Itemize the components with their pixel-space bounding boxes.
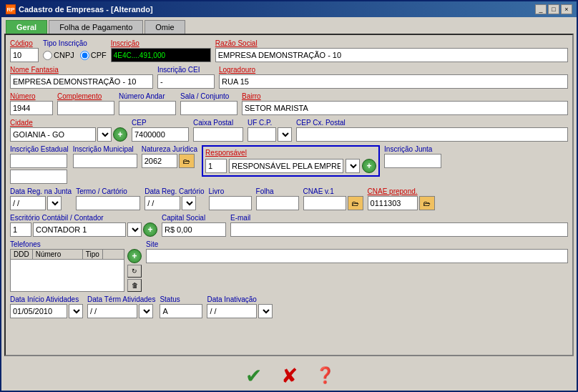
responsavel-id-input[interactable]: [205, 159, 227, 173]
codigo-input[interactable]: [10, 48, 39, 62]
natureza-juridica-folder-button[interactable]: 🗁: [179, 154, 195, 168]
sala-conjunto-label: Sala / Conjunto: [180, 92, 237, 100]
caixa-postal-input[interactable]: [193, 127, 243, 142]
cnae-v1-input[interactable]: [303, 196, 346, 210]
escritorio-add-button[interactable]: +: [143, 222, 157, 237]
phones-refresh-button[interactable]: ↻: [127, 265, 142, 278]
radio-cnpj-label[interactable]: CNPJ: [43, 51, 74, 60]
sala-conjunto-input[interactable]: [180, 101, 237, 115]
data-inativacao-dropdown[interactable]: [258, 304, 273, 318]
cnae-prepond-label: CNAE prepond.: [368, 187, 435, 195]
help-button[interactable]: ❓: [311, 363, 338, 388]
title-bar: RP Cadastro de Empresas - [Alterando] _ …: [1, 1, 577, 17]
phones-col-ddd: DDD: [11, 250, 33, 259]
cep-cx-postal-input[interactable]: [296, 127, 568, 142]
cnae-v1-folder-button[interactable]: 🗁: [348, 196, 363, 210]
inscricao-input[interactable]: [111, 48, 211, 62]
termo-cartorio-label: Termo / Cartório: [76, 187, 140, 195]
data-term-dropdown[interactable]: [139, 304, 153, 318]
data-term-input[interactable]: [87, 304, 137, 318]
uf-cp-input[interactable]: [248, 127, 276, 142]
uf-cp-dropdown[interactable]: [278, 127, 292, 142]
maximize-button[interactable]: □: [548, 4, 559, 14]
capital-social-input[interactable]: [162, 222, 226, 237]
escritorio-name-input[interactable]: [33, 222, 126, 237]
data-inicio-dropdown[interactable]: [69, 304, 83, 318]
minimize-button[interactable]: _: [535, 4, 547, 14]
cnae-prepond-folder-button[interactable]: 🗁: [419, 196, 435, 210]
tipo-inscricao-label: Tipo Inscrição: [43, 39, 107, 47]
livro-label: Livro: [209, 187, 252, 195]
tab-geral[interactable]: Geral: [6, 20, 47, 34]
responsavel-dropdown[interactable]: [346, 159, 360, 173]
email-input[interactable]: [230, 222, 568, 237]
escritorio-id-input[interactable]: [10, 222, 31, 237]
inscricao-cei-input[interactable]: [157, 74, 215, 89]
confirm-button[interactable]: ✔: [240, 363, 267, 388]
inscricao-municipal-input[interactable]: [73, 154, 137, 168]
data-inativacao-input[interactable]: [207, 304, 257, 318]
numero-andar-input[interactable]: [119, 101, 176, 115]
inscricao-estadual-input2[interactable]: [10, 170, 67, 184]
responsavel-name-input[interactable]: [229, 159, 343, 173]
status-input[interactable]: [160, 304, 202, 318]
termo-cartorio-input[interactable]: [76, 196, 140, 210]
inscricao-municipal-label: Inscrição Municipal: [73, 145, 137, 153]
radio-cpf[interactable]: [80, 51, 89, 60]
site-input[interactable]: [146, 249, 568, 263]
escritorio-label: Escritório Contábil / Contador: [10, 214, 157, 222]
tab-folha-pagamento[interactable]: Folha de Pagamento: [49, 20, 143, 34]
phones-add-button[interactable]: +: [127, 249, 142, 263]
livro-input[interactable]: [209, 196, 252, 210]
tipo-inscricao-radio-group: CNPJ CPF: [43, 48, 107, 62]
razao-social-input[interactable]: [215, 48, 568, 62]
window-title: Cadastro de Empresas - [Alterando]: [19, 5, 153, 14]
data-inicio-input[interactable]: [10, 304, 67, 318]
cep-cx-postal-label: CEP Cx. Postal: [296, 119, 568, 127]
uf-cp-label: UF C.P.: [248, 119, 292, 127]
complemento-input[interactable]: [57, 101, 114, 115]
main-window: RP Cadastro de Empresas - [Alterando] _ …: [0, 0, 578, 392]
data-reg-junta-input[interactable]: [10, 196, 46, 210]
phones-delete-button[interactable]: 🗑: [127, 279, 142, 292]
bairro-input[interactable]: [242, 101, 568, 115]
cep-input[interactable]: [132, 127, 189, 142]
escritorio-dropdown[interactable]: [127, 222, 142, 237]
data-reg-cartorio-dropdown[interactable]: [182, 196, 196, 210]
cnae-prepond-input[interactable]: [368, 196, 418, 210]
cnae-v1-label: CNAE v.1: [303, 187, 363, 195]
inscricao-junta-label: Inscrição Junta: [384, 145, 441, 153]
close-button[interactable]: ×: [561, 4, 572, 14]
complemento-label: Complemento: [57, 92, 114, 100]
cidade-input[interactable]: [10, 127, 96, 142]
data-reg-junta-dropdown[interactable]: [47, 196, 62, 210]
responsavel-add-button[interactable]: +: [362, 159, 376, 173]
cidade-add-button[interactable]: +: [113, 127, 127, 142]
data-inicio-label: Data Início Atividades: [10, 295, 83, 303]
data-reg-cartorio-label: Data Reg. Cartório: [144, 187, 204, 195]
folha-input[interactable]: [256, 196, 299, 210]
nome-fantasia-input[interactable]: [10, 74, 153, 89]
numero-input[interactable]: [10, 101, 53, 115]
phones-side-buttons: + ↻ 🗑: [127, 249, 142, 292]
cancel-button[interactable]: ✘: [275, 363, 303, 388]
title-buttons: _ □ ×: [535, 4, 572, 14]
checkmark-icon: ✔: [245, 364, 262, 388]
cidade-label: Cidade: [10, 119, 127, 127]
help-icon: ❓: [315, 366, 335, 385]
folha-label: Folha: [256, 187, 299, 195]
cep-label: CEP: [132, 119, 189, 127]
data-reg-junta-label: Data Reg. na Junta: [10, 187, 72, 195]
inscricao-junta-input[interactable]: [384, 154, 441, 168]
logradouro-label: Logradouro: [219, 66, 568, 74]
cidade-dropdown[interactable]: [97, 127, 112, 142]
radio-cnpj[interactable]: [43, 51, 52, 60]
inscricao-estadual-input[interactable]: [10, 154, 67, 168]
razao-social-label: Razão Social: [215, 39, 568, 47]
tab-omie[interactable]: Omie: [144, 20, 185, 34]
logradouro-input[interactable]: [219, 74, 568, 89]
natureza-juridica-input[interactable]: [142, 154, 177, 168]
data-reg-cartorio-input[interactable]: [144, 196, 180, 210]
inscricao-estadual-label: Inscrição Estadual: [10, 145, 69, 153]
radio-cpf-label[interactable]: CPF: [80, 51, 107, 60]
